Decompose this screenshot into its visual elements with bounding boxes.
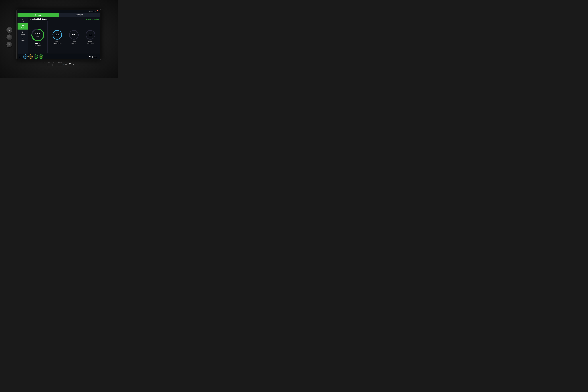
temperature-display: 75° [88, 55, 91, 58]
bar2 [94, 11, 94, 12]
pct-circles: 100% Drivingand Accessories [49, 30, 99, 44]
home-button[interactable]: ⌂ [6, 34, 12, 40]
nav-history[interactable]: ⏱ History [18, 36, 28, 42]
since-charge-title: Since Last Full Charge [30, 18, 47, 20]
ctrl-heat-btn[interactable] [52, 64, 56, 66]
ctrl-auto-group: AUTO [42, 62, 46, 66]
nav-details[interactable]: ☰ Details [18, 24, 28, 30]
bar5 [96, 11, 96, 12]
time-display: 7:23 [94, 55, 99, 58]
status-bar: 4G LTE 📍 [18, 10, 100, 13]
physical-controls: AUTO A/C HEAT CLIMATE ON/OFF 75 ✿⬆ [16, 62, 101, 66]
energy-kwh-unit: kWh [35, 36, 40, 37]
pct-battery: 0% BatteryConditioning [85, 30, 96, 44]
power-button[interactable]: ⏻ [6, 27, 12, 33]
bar3 [94, 11, 95, 12]
blue-indicator [64, 64, 64, 65]
energy-efficiency: 5.2 mi/kWh [34, 44, 41, 46]
location-icon: 📍 [96, 10, 99, 12]
temp-time-divider: | [92, 55, 93, 58]
energy-miles: 51.6 mi [34, 43, 41, 44]
bottom-nav-btns: ♪ ☎ ▲ 🌿 [23, 54, 43, 59]
check-button[interactable]: ✓ [6, 42, 12, 47]
pct-battery-value: 0% [89, 34, 92, 36]
bar4 [95, 11, 95, 12]
main-content: Since Last Full Charge Lifetime: 3.4 mi/… [28, 17, 100, 54]
pct-climate-value: 0% [72, 34, 75, 36]
ctrl-auto-btn[interactable] [42, 64, 46, 66]
on-off-label: ON/OFF [65, 63, 67, 66]
tab-bar: Energy Charging [18, 13, 100, 17]
ctrl-ac-label: A/C [48, 62, 50, 63]
ctrl-temp-group: 75 [69, 63, 71, 66]
fan-icon: ✿⬆ [73, 63, 76, 65]
pct-climate: 0% ClimateSettings [68, 30, 79, 44]
bottom-bar: ⌂ ♪ ☎ ▲ 🌿 75° | 7:23 [18, 54, 100, 60]
energy-kwh-value: 10.0 [35, 33, 40, 36]
pct-climate-label: ClimateSettings [72, 41, 76, 44]
metrics-row: 10.0 kWh 51.6 mi 5.2 mi/kWh [30, 21, 99, 53]
bottom-right: 75° | 7:23 [88, 55, 99, 58]
energy-stats: 51.6 mi 5.2 mi/kWh [34, 43, 41, 46]
dashboard-bg: ⏻ ⌂ ✓ 4G LTE 📍 Energy [0, 0, 118, 78]
pct-driving-value: 100% [55, 34, 60, 36]
impacts-icon: ⊕ [22, 30, 24, 33]
climate-temp-value: 75 [69, 63, 71, 66]
ctrl-auto-label: AUTO [42, 62, 46, 63]
ctrl-fan-group: ✿⬆ [73, 63, 76, 65]
eco-button[interactable]: 🌿 [39, 54, 43, 59]
ctrl-climate-btn[interactable] [58, 64, 62, 66]
left-controls: ⏻ ⌂ ✓ [6, 27, 12, 47]
energy-value-center: 10.0 kWh [35, 33, 40, 37]
ctrl-ac-group: A/C [47, 62, 51, 66]
pct-battery-label: BatteryConditioning [87, 41, 94, 44]
content-area: ⬆ Flow ☰ Details ⊕ Impacts ⏱ History [18, 17, 100, 54]
lifetime-text: Lifetime: 3.4 mi/kWh [86, 18, 99, 20]
ctrl-heat-label: HEAT [53, 62, 56, 63]
signal-bars [94, 11, 96, 12]
bar1 [94, 12, 94, 12]
pct-driving-label: Drivingand Accessories [52, 41, 62, 44]
signal-text: 4G LTE [90, 11, 93, 12]
energy-circle-container: 10.0 kWh 51.6 mi 5.2 mi/kWh [30, 28, 46, 46]
sidebar: ⬆ Flow ☰ Details ⊕ Impacts ⏱ History [18, 17, 28, 54]
home-icon-bottom[interactable]: ⌂ [19, 55, 20, 58]
ctrl-heat-group: HEAT [52, 62, 56, 66]
tab-energy[interactable]: Energy [18, 13, 59, 17]
energy-circle: 10.0 kWh [31, 28, 45, 42]
ctrl-indicators: ON/OFF [64, 63, 67, 66]
ctrl-climate-group: CLIMATE [58, 62, 62, 66]
ctrl-climate-label: CLIMATE [58, 62, 62, 63]
music-button[interactable]: ♪ [23, 54, 28, 59]
screen: 4G LTE 📍 Energy Charging [18, 10, 100, 60]
pct-battery-circle: 0% [85, 30, 96, 40]
nav-flow[interactable]: ⬆ Flow [18, 17, 28, 24]
nav-button[interactable]: ▲ [34, 54, 38, 59]
details-icon: ☰ [22, 24, 24, 27]
pct-driving: 100% Drivingand Accessories [52, 30, 62, 44]
charge-header: Since Last Full Charge Lifetime: 3.4 mi/… [30, 18, 99, 20]
history-icon: ⏱ [22, 37, 24, 39]
nav-impacts[interactable]: ⊕ Impacts [18, 30, 28, 36]
pct-climate-circle: 0% [68, 30, 79, 40]
ctrl-ac-btn[interactable] [47, 64, 51, 66]
tab-charging[interactable]: Charging [59, 13, 100, 17]
screen-bezel: 4G LTE 📍 Energy Charging [16, 9, 101, 60]
flow-icon: ⬆ [22, 18, 24, 21]
phone-button[interactable]: ☎ [28, 54, 33, 59]
bottom-left: ⌂ ♪ ☎ ▲ 🌿 [19, 54, 43, 59]
pct-driving-circle: 100% [52, 30, 62, 40]
